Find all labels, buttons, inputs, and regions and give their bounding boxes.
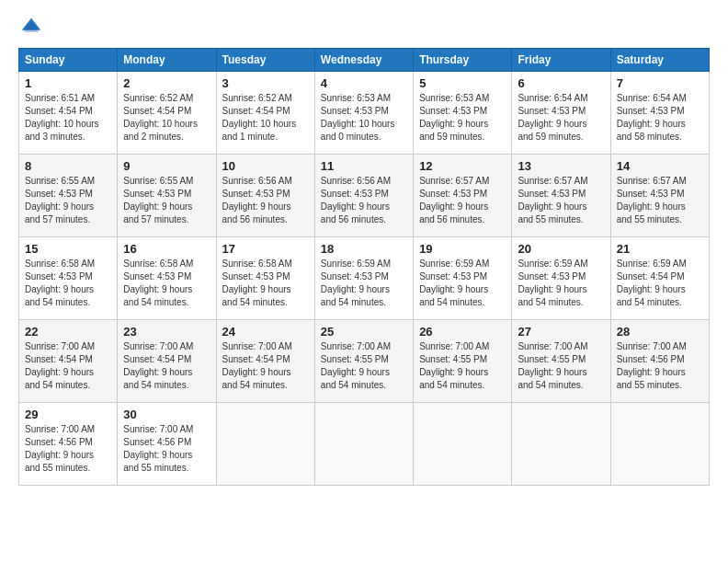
calendar-week-row: 1Sunrise: 6:51 AMSunset: 4:54 PMDaylight… — [19, 72, 710, 155]
day-number: 16 — [123, 242, 210, 256]
day-info: Sunrise: 6:59 AMSunset: 4:53 PMDaylight:… — [321, 259, 391, 307]
day-number: 29 — [25, 408, 111, 421]
day-number: 21 — [617, 242, 703, 256]
day-cell-26: 26Sunrise: 7:00 AMSunset: 4:55 PMDayligh… — [414, 320, 512, 403]
day-number: 24 — [222, 325, 309, 339]
day-cell-14: 14Sunrise: 6:57 AMSunset: 4:53 PMDayligh… — [610, 155, 709, 237]
weekday-header-row: SundayMondayTuesdayWednesdayThursdayFrid… — [19, 49, 710, 72]
logo — [18, 15, 48, 40]
day-info: Sunrise: 6:54 AMSunset: 4:53 PMDaylight:… — [617, 93, 687, 142]
day-info: Sunrise: 6:53 AMSunset: 4:53 PMDaylight:… — [321, 93, 395, 142]
day-cell-1: 1Sunrise: 6:51 AMSunset: 4:54 PMDaylight… — [19, 72, 118, 155]
day-number: 30 — [123, 408, 210, 421]
logo-icon — [18, 15, 44, 40]
day-info: Sunrise: 6:55 AMSunset: 4:53 PMDaylight:… — [25, 176, 95, 224]
day-number: 26 — [419, 325, 506, 339]
day-cell-17: 17Sunrise: 6:58 AMSunset: 4:53 PMDayligh… — [216, 237, 314, 320]
day-cell-19: 19Sunrise: 6:59 AMSunset: 4:53 PMDayligh… — [414, 237, 512, 320]
day-info: Sunrise: 7:00 AMSunset: 4:56 PMDaylight:… — [123, 424, 193, 473]
day-cell-28: 28Sunrise: 7:00 AMSunset: 4:56 PMDayligh… — [610, 320, 709, 403]
calendar-week-row: 29Sunrise: 7:00 AMSunset: 4:56 PMDayligh… — [19, 403, 710, 486]
day-cell-3: 3Sunrise: 6:52 AMSunset: 4:54 PMDaylight… — [216, 72, 314, 155]
day-cell-25: 25Sunrise: 7:00 AMSunset: 4:55 PMDayligh… — [314, 320, 413, 403]
day-info: Sunrise: 6:57 AMSunset: 4:53 PMDaylight:… — [617, 176, 687, 224]
day-cell-6: 6Sunrise: 6:54 AMSunset: 4:53 PMDaylight… — [512, 72, 610, 155]
day-info: Sunrise: 6:57 AMSunset: 4:53 PMDaylight:… — [518, 176, 587, 224]
day-info: Sunrise: 6:56 AMSunset: 4:53 PMDaylight:… — [321, 176, 391, 224]
day-info: Sunrise: 6:54 AMSunset: 4:53 PMDaylight:… — [518, 93, 587, 142]
day-info: Sunrise: 7:00 AMSunset: 4:55 PMDaylight:… — [419, 341, 489, 390]
weekday-header-tuesday: Tuesday — [216, 49, 314, 72]
day-cell-30: 30Sunrise: 7:00 AMSunset: 4:56 PMDayligh… — [118, 403, 216, 486]
day-number: 1 — [25, 76, 111, 90]
weekday-header-wednesday: Wednesday — [314, 49, 413, 72]
day-info: Sunrise: 7:00 AMSunset: 4:54 PMDaylight:… — [222, 341, 292, 390]
day-cell-16: 16Sunrise: 6:58 AMSunset: 4:53 PMDayligh… — [118, 237, 216, 320]
weekday-header-monday: Monday — [118, 49, 216, 72]
day-info: Sunrise: 6:58 AMSunset: 4:53 PMDaylight:… — [25, 259, 95, 307]
day-info: Sunrise: 7:00 AMSunset: 4:54 PMDaylight:… — [123, 341, 193, 390]
day-number: 10 — [222, 159, 309, 173]
day-info: Sunrise: 6:59 AMSunset: 4:54 PMDaylight:… — [617, 259, 687, 307]
day-number: 20 — [518, 242, 604, 256]
day-info: Sunrise: 6:55 AMSunset: 4:53 PMDaylight:… — [123, 176, 193, 224]
day-cell-20: 20Sunrise: 6:59 AMSunset: 4:53 PMDayligh… — [512, 237, 610, 320]
day-cell-27: 27Sunrise: 7:00 AMSunset: 4:55 PMDayligh… — [512, 320, 610, 403]
weekday-header-sunday: Sunday — [19, 49, 118, 72]
day-number: 5 — [419, 76, 506, 90]
day-info: Sunrise: 6:58 AMSunset: 4:53 PMDaylight:… — [123, 259, 193, 307]
empty-day-cell — [314, 403, 413, 486]
day-number: 6 — [518, 76, 604, 90]
day-number: 22 — [25, 325, 111, 339]
day-cell-7: 7Sunrise: 6:54 AMSunset: 4:53 PMDaylight… — [610, 72, 709, 155]
day-number: 8 — [25, 159, 111, 173]
day-cell-29: 29Sunrise: 7:00 AMSunset: 4:56 PMDayligh… — [19, 403, 118, 486]
day-number: 9 — [123, 159, 210, 173]
day-info: Sunrise: 6:51 AMSunset: 4:54 PMDaylight:… — [25, 93, 99, 142]
day-cell-9: 9Sunrise: 6:55 AMSunset: 4:53 PMDaylight… — [118, 155, 216, 237]
day-info: Sunrise: 7:00 AMSunset: 4:56 PMDaylight:… — [617, 341, 687, 390]
day-number: 3 — [222, 76, 309, 90]
calendar-week-row: 22Sunrise: 7:00 AMSunset: 4:54 PMDayligh… — [19, 320, 710, 403]
day-info: Sunrise: 6:52 AMSunset: 4:54 PMDaylight:… — [222, 93, 297, 142]
day-number: 17 — [222, 242, 309, 256]
day-number: 12 — [419, 159, 506, 173]
day-info: Sunrise: 6:58 AMSunset: 4:53 PMDaylight:… — [222, 259, 292, 307]
day-number: 13 — [518, 159, 604, 173]
day-info: Sunrise: 6:57 AMSunset: 4:53 PMDaylight:… — [419, 176, 489, 224]
day-cell-22: 22Sunrise: 7:00 AMSunset: 4:54 PMDayligh… — [19, 320, 118, 403]
day-info: Sunrise: 6:59 AMSunset: 4:53 PMDaylight:… — [518, 259, 587, 307]
day-cell-24: 24Sunrise: 7:00 AMSunset: 4:54 PMDayligh… — [216, 320, 314, 403]
weekday-header-thursday: Thursday — [414, 49, 512, 72]
calendar-week-row: 15Sunrise: 6:58 AMSunset: 4:53 PMDayligh… — [19, 237, 710, 320]
day-cell-11: 11Sunrise: 6:56 AMSunset: 4:53 PMDayligh… — [314, 155, 413, 237]
day-info: Sunrise: 6:52 AMSunset: 4:54 PMDaylight:… — [123, 93, 198, 142]
calendar-week-row: 8Sunrise: 6:55 AMSunset: 4:53 PMDaylight… — [19, 155, 710, 237]
day-number: 19 — [419, 242, 506, 256]
day-info: Sunrise: 7:00 AMSunset: 4:55 PMDaylight:… — [518, 341, 587, 390]
day-cell-2: 2Sunrise: 6:52 AMSunset: 4:54 PMDaylight… — [118, 72, 216, 155]
weekday-header-friday: Friday — [512, 49, 610, 72]
empty-day-cell — [512, 403, 610, 486]
day-info: Sunrise: 6:59 AMSunset: 4:53 PMDaylight:… — [419, 259, 489, 307]
day-info: Sunrise: 7:00 AMSunset: 4:54 PMDaylight:… — [25, 341, 95, 390]
day-number: 11 — [321, 159, 407, 173]
day-cell-21: 21Sunrise: 6:59 AMSunset: 4:54 PMDayligh… — [610, 237, 709, 320]
day-info: Sunrise: 7:00 AMSunset: 4:55 PMDaylight:… — [321, 341, 391, 390]
calendar-table: SundayMondayTuesdayWednesdayThursdayFrid… — [18, 48, 710, 486]
day-number: 28 — [617, 325, 703, 339]
empty-day-cell — [414, 403, 512, 486]
day-cell-4: 4Sunrise: 6:53 AMSunset: 4:53 PMDaylight… — [314, 72, 413, 155]
day-cell-12: 12Sunrise: 6:57 AMSunset: 4:53 PMDayligh… — [414, 155, 512, 237]
day-number: 15 — [25, 242, 111, 256]
day-cell-23: 23Sunrise: 7:00 AMSunset: 4:54 PMDayligh… — [118, 320, 216, 403]
day-number: 4 — [321, 76, 407, 90]
day-number: 14 — [617, 159, 703, 173]
weekday-header-saturday: Saturday — [610, 49, 709, 72]
calendar-body: 1Sunrise: 6:51 AMSunset: 4:54 PMDaylight… — [19, 72, 710, 486]
day-info: Sunrise: 7:00 AMSunset: 4:56 PMDaylight:… — [25, 424, 95, 473]
day-number: 7 — [617, 76, 703, 90]
day-info: Sunrise: 6:56 AMSunset: 4:53 PMDaylight:… — [222, 176, 292, 224]
day-cell-5: 5Sunrise: 6:53 AMSunset: 4:53 PMDaylight… — [414, 72, 512, 155]
empty-day-cell — [610, 403, 709, 486]
